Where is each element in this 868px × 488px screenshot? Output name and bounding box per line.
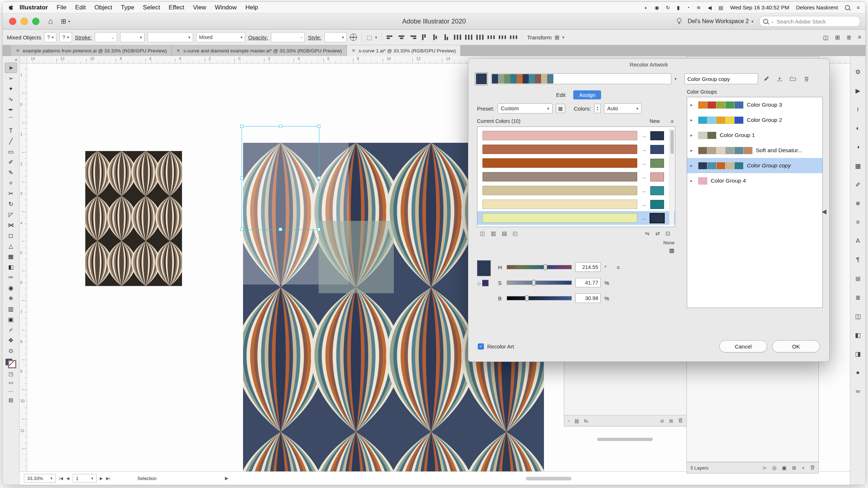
trash-icon[interactable] bbox=[678, 418, 683, 424]
current-color-row[interactable]: → bbox=[477, 170, 675, 184]
display-brightness-icon[interactable]: ◐ bbox=[644, 5, 647, 10]
cancel-button[interactable]: Cancel bbox=[719, 340, 767, 352]
import-color-group-icon[interactable] bbox=[775, 74, 785, 84]
close-window-button[interactable] bbox=[9, 18, 16, 25]
color-bar-swatch[interactable] bbox=[516, 74, 523, 84]
color-group-row[interactable]: ▸Color Group 2 bbox=[687, 112, 822, 128]
document-tab[interactable]: ✕s-curve and diamond example master.ai* … bbox=[172, 45, 347, 56]
control-center-icon[interactable]: ≡ bbox=[857, 5, 860, 10]
pathfinder-icon[interactable]: ◫ bbox=[852, 307, 864, 326]
color-group-row[interactable]: ▸Color Group 3 bbox=[687, 97, 822, 112]
scale-tool[interactable]: ◸ bbox=[5, 209, 17, 220]
color-group-swatch[interactable] bbox=[698, 132, 707, 139]
spotlight-search-icon[interactable] bbox=[845, 5, 850, 10]
slider-thumb[interactable] bbox=[544, 264, 547, 270]
selection-bounding-box[interactable] bbox=[242, 126, 319, 230]
color-group-swatch[interactable] bbox=[716, 116, 726, 124]
stroke-weight-label[interactable]: Stroke: bbox=[75, 34, 92, 40]
character-icon[interactable]: A bbox=[852, 232, 864, 251]
input-source-icon[interactable]: ▤ bbox=[719, 5, 723, 10]
color-group-swatch[interactable] bbox=[716, 101, 726, 109]
selection-handle[interactable] bbox=[240, 125, 243, 128]
random-color-order-icon[interactable]: ⇋ bbox=[645, 230, 650, 237]
color-group-swatch[interactable] bbox=[716, 147, 726, 154]
transparency-icon[interactable]: ◨ bbox=[852, 344, 864, 363]
color-group-swatch[interactable] bbox=[735, 101, 744, 109]
align-right-icon[interactable] bbox=[409, 34, 416, 40]
color-group-swatch[interactable] bbox=[726, 162, 735, 170]
paragraph-icon[interactable]: ¶ bbox=[852, 251, 864, 269]
hsb-value-input[interactable]: 214.55 bbox=[575, 262, 601, 272]
chevron-down-icon[interactable]: ▾ bbox=[675, 77, 677, 81]
workspace-layout-button[interactable]: ⊞ ▾ bbox=[61, 17, 70, 25]
current-color-row[interactable]: → bbox=[477, 184, 675, 197]
none-grid-icon[interactable]: ▦ bbox=[669, 247, 675, 254]
previous-artboard-button[interactable]: ◀ bbox=[66, 476, 69, 481]
hand-tool[interactable]: ✥ bbox=[5, 335, 17, 346]
new-color-swatch[interactable] bbox=[650, 159, 664, 168]
eyedropper-tool[interactable]: ✑ bbox=[5, 272, 17, 283]
color-group-row[interactable]: ▸Color Group copy bbox=[687, 158, 822, 173]
color-group-row[interactable]: ▸Color Group 4 bbox=[687, 173, 822, 188]
new-color-swatch[interactable] bbox=[650, 172, 664, 181]
battery-icon[interactable]: ▮ bbox=[677, 5, 680, 10]
preferences-icon[interactable]: ⬚ bbox=[367, 34, 372, 41]
color-icon[interactable]: ◐ bbox=[852, 119, 864, 138]
align-icon[interactable]: ≣ bbox=[852, 288, 864, 307]
align-middle-icon[interactable] bbox=[431, 34, 439, 40]
menu-help[interactable]: Help bbox=[241, 4, 263, 11]
gamut-cube-icon[interactable]: ◇ bbox=[477, 281, 481, 286]
panel-scrollbar-thumb[interactable] bbox=[597, 438, 653, 441]
selection-handle[interactable] bbox=[279, 125, 282, 128]
canvas-area[interactable]: 141210864202468101214 101234567891011 ▫▤… bbox=[20, 56, 850, 485]
current-color-bar[interactable] bbox=[482, 172, 637, 181]
translucent-object[interactable] bbox=[319, 221, 394, 293]
document-tab[interactable]: ✕s-curve 1.ai* @ 33.33% (RGB/GPU Preview… bbox=[347, 45, 461, 56]
mesh-tool[interactable]: ▦ bbox=[5, 251, 17, 262]
active-color-swatch[interactable] bbox=[475, 72, 488, 85]
current-color-bar[interactable] bbox=[482, 158, 637, 168]
color-group-swatch[interactable] bbox=[707, 116, 716, 124]
menu-type[interactable]: Type bbox=[116, 4, 139, 11]
transform-grid-icon[interactable]: ⊞ bbox=[554, 34, 559, 41]
symbols-icon[interactable]: ✵ bbox=[852, 194, 864, 213]
color-bar-swatch[interactable] bbox=[504, 74, 510, 84]
slice-tool[interactable]: ⌿ bbox=[5, 325, 17, 335]
document-setup-globe-icon[interactable] bbox=[350, 34, 357, 41]
align-center-icon[interactable] bbox=[398, 34, 405, 40]
color-group-swatch[interactable] bbox=[726, 147, 735, 154]
colors-stepper[interactable]: ▴▾ bbox=[594, 104, 601, 113]
current-color-row[interactable]: → bbox=[477, 156, 675, 170]
find-color-icon[interactable]: ⊡ bbox=[665, 230, 670, 237]
new-layer-icon[interactable]: + bbox=[802, 465, 805, 471]
slider-thumb[interactable] bbox=[532, 280, 536, 286]
color-guide-icon[interactable]: ◑ bbox=[852, 138, 864, 157]
distribute-right-icon[interactable] bbox=[476, 34, 484, 40]
stroke-weight-select[interactable]: ▾ bbox=[120, 32, 145, 42]
clear-appearance-icon[interactable]: ⊘ bbox=[660, 418, 664, 424]
pen-tool[interactable]: ✒ bbox=[5, 104, 17, 115]
color-group-swatch[interactable] bbox=[707, 147, 716, 154]
color-group-swatch[interactable] bbox=[707, 132, 716, 139]
brush-definition-select[interactable]: Mixed▾ bbox=[196, 32, 245, 42]
gear-icon[interactable]: ⚙ bbox=[852, 63, 864, 81]
disclosure-icon[interactable]: ▸ bbox=[690, 148, 695, 153]
distribute-center-icon[interactable] bbox=[465, 34, 472, 40]
color-group-swatch[interactable] bbox=[716, 162, 726, 170]
disclosure-icon[interactable]: ▸ bbox=[690, 163, 695, 168]
menubar-user[interactable]: Delores Naskrent bbox=[796, 4, 838, 10]
panel-menu-icon[interactable]: ≡ bbox=[858, 34, 861, 40]
adobe-stock-search-input[interactable]: ⌄ Search Adobe Stock bbox=[759, 16, 860, 27]
color-bar-swatch[interactable] bbox=[523, 74, 529, 84]
fill-color-well[interactable]: ?▾ bbox=[44, 32, 56, 42]
tab-edit[interactable]: Edit bbox=[551, 90, 571, 99]
exclude-colors-icon[interactable]: ▤ bbox=[502, 230, 507, 237]
color-group-swatch[interactable] bbox=[726, 101, 735, 109]
panel-grid2-icon[interactable]: ◫ bbox=[823, 34, 829, 41]
direct-selection-tool[interactable]: ➢ bbox=[5, 73, 17, 84]
document-tab[interactable]: ✕example patterns from pinterest.ai @ 33… bbox=[11, 45, 172, 56]
variable-width-select[interactable]: ▾ bbox=[148, 32, 193, 42]
gradient-tool[interactable]: ◧ bbox=[5, 262, 17, 272]
wifi-icon[interactable]: ≋ bbox=[697, 5, 701, 10]
new-color-swatch[interactable] bbox=[650, 131, 664, 140]
